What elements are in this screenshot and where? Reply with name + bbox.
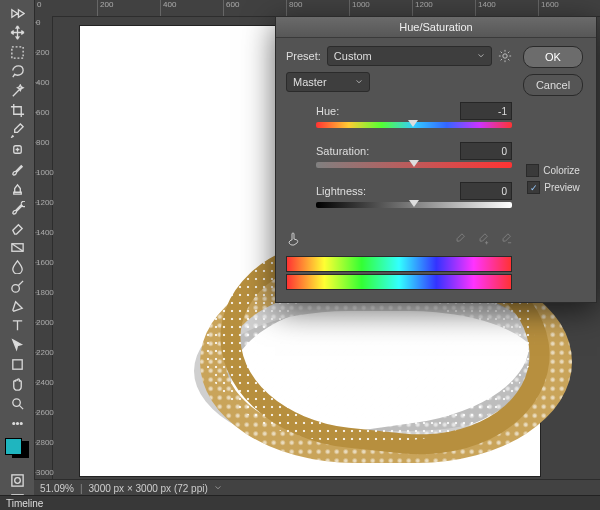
eyedropper-icon[interactable] bbox=[453, 233, 466, 248]
status-bar: 51.09% | 3000 px × 3000 px (72 ppi) bbox=[34, 479, 600, 496]
dodge-tool-icon[interactable] bbox=[4, 277, 30, 296]
saturation-input[interactable]: 0 bbox=[460, 142, 512, 160]
lightness-slider[interactable] bbox=[316, 202, 512, 212]
saturation-label: Saturation: bbox=[316, 145, 369, 157]
eyedropper-tool-icon[interactable] bbox=[4, 121, 30, 140]
shape-tool-icon[interactable] bbox=[4, 355, 30, 374]
lasso-tool-icon[interactable] bbox=[4, 63, 30, 82]
svg-point-7 bbox=[16, 422, 18, 424]
svg-rect-9 bbox=[11, 475, 22, 486]
tool-palette bbox=[0, 0, 35, 510]
channel-value: Master bbox=[293, 76, 327, 88]
doc-dimensions: 3000 px × 3000 px (72 ppi) bbox=[89, 483, 208, 494]
blur-tool-icon[interactable] bbox=[4, 258, 30, 277]
eyedropper-add-icon[interactable] bbox=[476, 233, 489, 248]
zoom-tool-icon[interactable] bbox=[4, 394, 30, 413]
colorize-checkbox[interactable]: Colorize bbox=[526, 164, 580, 177]
magic-wand-tool-icon[interactable] bbox=[4, 82, 30, 101]
color-swatches[interactable] bbox=[4, 437, 30, 459]
gradient-tool-icon[interactable] bbox=[4, 238, 30, 257]
svg-point-5 bbox=[12, 399, 20, 407]
timeline-panel-tab[interactable]: Timeline bbox=[0, 495, 600, 510]
cancel-button[interactable]: Cancel bbox=[523, 74, 583, 96]
channel-dropdown[interactable]: Master bbox=[286, 72, 370, 92]
preview-label: Preview bbox=[544, 182, 580, 193]
history-brush-tool-icon[interactable] bbox=[4, 199, 30, 218]
move-tool-icon[interactable] bbox=[4, 24, 30, 43]
brush-tool-icon[interactable] bbox=[4, 160, 30, 179]
preset-dropdown[interactable]: Custom bbox=[327, 46, 492, 66]
path-select-tool-icon[interactable] bbox=[4, 336, 30, 355]
eyedropper-subtract-icon[interactable] bbox=[499, 233, 512, 248]
preset-options-icon[interactable] bbox=[498, 49, 512, 63]
svg-point-6 bbox=[12, 422, 14, 424]
targeted-adjust-icon[interactable] bbox=[286, 230, 302, 248]
colorize-label: Colorize bbox=[543, 165, 580, 176]
preview-checkbox[interactable]: ✓ Preview bbox=[527, 181, 580, 194]
svg-point-10 bbox=[14, 477, 20, 483]
spectrum-bar-bottom[interactable] bbox=[286, 274, 512, 290]
marquee-tool-icon[interactable] bbox=[4, 43, 30, 62]
vertical-ruler: 0200400600800100012001400160018002000220… bbox=[34, 16, 53, 480]
spectrum-bar-top[interactable] bbox=[286, 256, 512, 272]
zoom-display[interactable]: 51.09% bbox=[40, 483, 74, 494]
crop-tool-icon[interactable] bbox=[4, 102, 30, 121]
type-tool-icon[interactable] bbox=[4, 316, 30, 335]
lightness-label: Lightness: bbox=[316, 185, 366, 197]
hue-label: Hue: bbox=[316, 105, 339, 117]
svg-point-8 bbox=[20, 422, 22, 424]
ok-button[interactable]: OK bbox=[523, 46, 583, 68]
lightness-input[interactable]: 0 bbox=[460, 182, 512, 200]
horizontal-ruler: 0200400600800100012001400160018002000220… bbox=[34, 0, 600, 17]
dialog-title: Hue/Saturation bbox=[276, 17, 596, 38]
saturation-slider[interactable] bbox=[316, 162, 512, 172]
svg-point-3 bbox=[11, 285, 19, 293]
quick-mask-icon[interactable] bbox=[4, 471, 30, 490]
clone-stamp-tool-icon[interactable] bbox=[4, 180, 30, 199]
timeline-label: Timeline bbox=[6, 498, 43, 509]
foreground-swatch[interactable] bbox=[5, 438, 22, 455]
more-tools-icon[interactable] bbox=[4, 414, 30, 433]
svg-point-12 bbox=[503, 54, 507, 58]
preset-value: Custom bbox=[334, 50, 372, 62]
pen-tool-icon[interactable] bbox=[4, 297, 30, 316]
hue-saturation-dialog: Hue/Saturation Preset: Custom Master bbox=[275, 16, 597, 303]
hue-input[interactable]: -1 bbox=[460, 102, 512, 120]
hand-tool-icon[interactable] bbox=[4, 375, 30, 394]
flyout-handle-icon[interactable] bbox=[4, 4, 30, 23]
preset-label: Preset: bbox=[286, 50, 321, 62]
hue-slider[interactable] bbox=[316, 122, 512, 132]
svg-rect-0 bbox=[11, 47, 22, 58]
eraser-tool-icon[interactable] bbox=[4, 219, 30, 238]
svg-rect-4 bbox=[12, 360, 21, 369]
eyedropper-group bbox=[453, 233, 512, 248]
healing-brush-tool-icon[interactable] bbox=[4, 141, 30, 160]
